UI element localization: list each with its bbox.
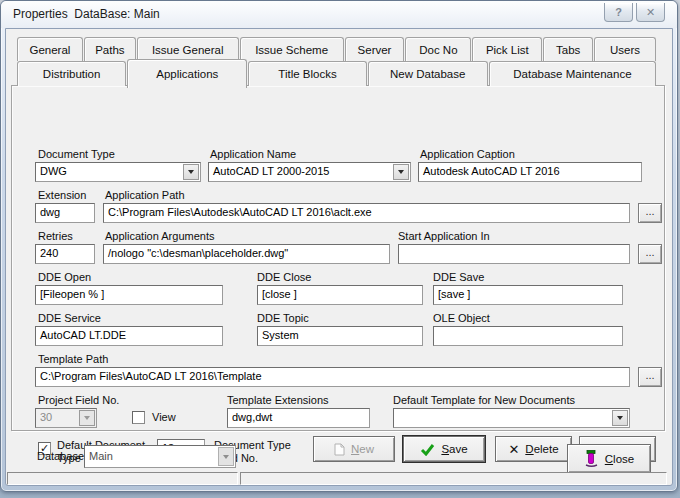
tab-tabs[interactable]: Tabs [543, 37, 593, 61]
ole-object-input[interactable] [433, 326, 623, 346]
dde-close-input[interactable]: [close ] [257, 285, 423, 305]
close-button[interactable]: Close [567, 444, 651, 473]
close-icon: ✕ [646, 6, 655, 19]
extension-label: Extension [38, 189, 86, 201]
application-path-label: Application Path [105, 189, 185, 201]
application-caption-input[interactable]: Autodesk AutoCAD LT 2016 [418, 162, 642, 182]
properties-dialog: Properties DataBase: Main ? ✕ GeneralPat… [0, 0, 678, 492]
application-arguments-input[interactable]: /nologo "c:\desman\placeholder.dwg" [103, 244, 390, 264]
dde-topic-input[interactable]: System [257, 326, 423, 346]
new-button-label: New [351, 443, 374, 455]
application-name-value: AutoCAD LT 2000-2015 [213, 165, 329, 177]
template-extensions-input[interactable]: dwg,dwt [227, 408, 370, 428]
default-template-combobox[interactable] [393, 408, 630, 428]
help-icon: ? [615, 6, 622, 18]
save-button[interactable]: Save [403, 436, 485, 462]
save-button-label: Save [441, 443, 467, 455]
delete-button[interactable]: ✕ Delete [495, 436, 572, 462]
delete-x-icon: ✕ [508, 443, 519, 456]
dde-topic-label: DDE Topic [257, 312, 309, 324]
application-arguments-label: Application Arguments [105, 230, 214, 242]
tab-paths[interactable]: Paths [84, 37, 136, 61]
dde-open-label: DDE Open [38, 271, 91, 283]
new-page-icon [334, 443, 345, 456]
delete-button-label: Delete [525, 443, 558, 455]
status-panel-left [7, 472, 238, 485]
application-name-combobox[interactable]: AutoCAD LT 2000-2015 [208, 162, 411, 182]
database-label: Database [37, 450, 84, 462]
database-value: Main [89, 450, 113, 462]
tab-applications[interactable]: Applications [127, 59, 247, 88]
dropdown-arrow-icon[interactable] [612, 410, 628, 426]
template-path-browse-button[interactable]: ... [638, 367, 662, 387]
dropdown-arrow-icon [218, 447, 234, 466]
tab-issue-scheme[interactable]: Issue Scheme [240, 37, 344, 61]
extension-input[interactable]: dwg [35, 203, 95, 223]
tab-doc-no[interactable]: Doc No [405, 37, 471, 61]
dropdown-arrow-icon[interactable] [183, 164, 199, 180]
view-checkbox[interactable] [132, 411, 145, 424]
start-application-in-input[interactable] [398, 244, 630, 264]
help-button[interactable]: ? [604, 3, 633, 22]
tab-distribution[interactable]: Distribution [17, 61, 126, 86]
dialog-client-area: GeneralPathsIssue GeneralIssue SchemeSer… [5, 28, 673, 486]
retries-label: Retries [38, 230, 73, 242]
tab-general[interactable]: General [17, 37, 83, 61]
dropdown-arrow-icon [79, 410, 95, 426]
document-type-label: Document Type [38, 148, 115, 160]
close-button-label: Close [605, 453, 634, 465]
status-bar [7, 472, 667, 485]
exit-door-icon [584, 450, 599, 467]
retries-input[interactable]: 240 [35, 244, 95, 264]
application-name-label: Application Name [210, 148, 296, 160]
tab-title-blocks[interactable]: Title Blocks [248, 61, 366, 86]
dde-open-input[interactable]: [Fileopen % ] [35, 285, 223, 305]
view-checkbox-label: View [152, 411, 176, 423]
template-path-input[interactable]: C:\Program Files\AutoCAD LT 2016\Templat… [35, 367, 630, 387]
dde-close-label: DDE Close [257, 271, 311, 283]
tab-database-maintenance[interactable]: Database Maintenance [489, 61, 656, 86]
application-path-input[interactable]: C:\Program Files\Autodesk\AutoCAD LT 201… [103, 203, 630, 223]
status-panel-right [240, 472, 667, 485]
save-check-icon [420, 443, 435, 456]
application-caption-label: Application Caption [420, 148, 515, 160]
dde-save-input[interactable]: [save ] [433, 285, 623, 305]
tab-server[interactable]: Server [345, 37, 405, 61]
dropdown-arrow-icon[interactable] [393, 164, 409, 180]
project-field-no-combobox: 30 [35, 408, 97, 428]
ole-object-label: OLE Object [433, 312, 490, 324]
dde-service-label: DDE Service [38, 312, 101, 324]
application-path-browse-button[interactable]: ... [638, 203, 662, 223]
tab-new-database[interactable]: New Database [368, 61, 488, 86]
dde-save-label: DDE Save [433, 271, 484, 283]
window-close-button[interactable]: ✕ [636, 3, 665, 22]
title-bar[interactable]: Properties DataBase: Main ? ✕ [1, 1, 677, 28]
tab-issue-general[interactable]: Issue General [137, 37, 239, 61]
applications-tab-panel: Document Type Application Name Applicati… [11, 85, 665, 431]
template-path-label: Template Path [38, 353, 108, 365]
template-extensions-label: Template Extensions [227, 394, 329, 406]
project-field-no-value: 30 [40, 411, 52, 423]
dde-service-input[interactable]: AutoCAD LT.DDE [35, 326, 223, 346]
document-type-combobox[interactable]: DWG [35, 162, 201, 182]
tab-pick-list[interactable]: Pick List [472, 37, 542, 61]
tab-users[interactable]: Users [594, 37, 656, 61]
window-title: Properties DataBase: Main [13, 7, 160, 21]
database-combobox: Main [84, 445, 236, 468]
new-button: New [313, 436, 395, 462]
start-application-in-label: Start Application In [398, 230, 490, 242]
start-application-in-browse-button[interactable]: ... [638, 244, 662, 264]
project-field-no-label: Project Field No. [38, 394, 119, 406]
default-template-label: Default Template for New Documents [393, 394, 575, 406]
tab-row-1: GeneralPathsIssue GeneralIssue SchemeSer… [17, 37, 657, 61]
tab-row-2: DistributionApplicationsTitle BlocksNew … [17, 61, 657, 86]
document-type-value: DWG [40, 165, 67, 177]
